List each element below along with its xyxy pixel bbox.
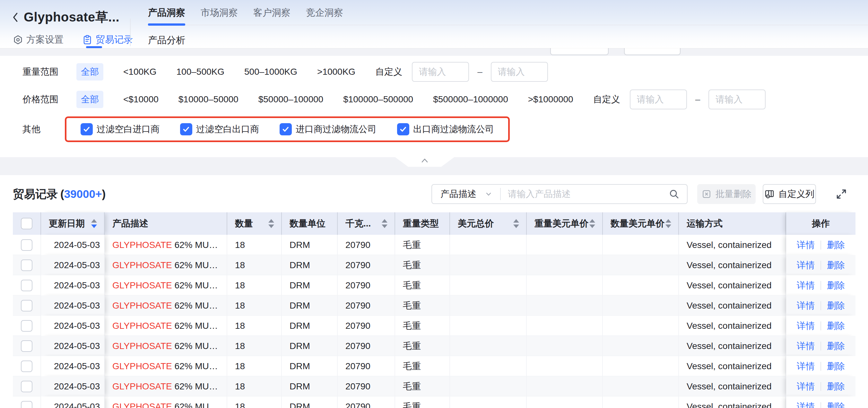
cell-kilograms: 20790: [338, 397, 395, 408]
detail-link[interactable]: 详情: [797, 380, 815, 393]
delete-link[interactable]: 删除: [827, 300, 845, 312]
sort-carets[interactable]: [382, 219, 390, 228]
price-option-50000-100000[interactable]: $50000–100000: [258, 94, 323, 105]
weight-option-100-500[interactable]: 100–500KG: [177, 67, 224, 77]
detail-link[interactable]: 详情: [797, 239, 815, 251]
weight-max-input[interactable]: [491, 62, 548, 82]
cell-weight-type: 毛重: [395, 376, 450, 397]
price-option-gt1000000[interactable]: >$1000000: [528, 94, 573, 105]
weight-min-input[interactable]: [412, 62, 469, 82]
highlighted-keyword: GLYPHOSATE: [112, 361, 172, 371]
sort-carets[interactable]: [513, 219, 521, 228]
delete-link[interactable]: 删除: [827, 259, 845, 271]
detail-link[interactable]: 详情: [797, 401, 815, 408]
select-all-checkbox[interactable]: [13, 212, 41, 235]
subnav-active-indicator: [86, 46, 102, 48]
highlighted-keyword: GLYPHOSATE: [112, 301, 172, 310]
delete-link[interactable]: 删除: [827, 340, 845, 352]
cell-transport: Vessel, containerized: [679, 356, 786, 376]
row-checkbox[interactable]: [13, 336, 41, 356]
col-kilograms[interactable]: 千克...: [338, 212, 395, 235]
detail-link[interactable]: 详情: [797, 320, 815, 332]
row-checkbox[interactable]: [13, 316, 41, 336]
row-checkbox[interactable]: [13, 356, 41, 376]
delete-link[interactable]: 删除: [827, 279, 845, 292]
cell-quantity: 18: [227, 235, 282, 255]
checkbox-exporter-filter-logistics[interactable]: 出口商过滤物流公司: [397, 123, 494, 135]
price-option-100000-500000[interactable]: $100000–500000: [343, 94, 413, 105]
checkbox-filter-blank-exporter[interactable]: 过滤空白出口商: [180, 123, 259, 135]
batch-delete-button[interactable]: 批量删除: [697, 184, 756, 204]
price-option-lt10000[interactable]: <$10000: [123, 94, 159, 105]
detail-link[interactable]: 详情: [797, 360, 815, 372]
delete-link[interactable]: 删除: [827, 401, 845, 408]
col-update-date[interactable]: 更新日期: [41, 212, 105, 235]
weight-option-all[interactable]: 全部: [76, 63, 103, 80]
cell-usd-weight-price: [527, 376, 603, 397]
price-option-500000-1000000[interactable]: $500000–1000000: [433, 94, 508, 105]
search-input[interactable]: [501, 189, 668, 199]
col-usd-qty-price[interactable]: 数量美元单价: [603, 212, 679, 235]
delete-link[interactable]: 删除: [827, 360, 845, 372]
checked-checkbox-icon: [397, 123, 409, 135]
subnav-item-scheme-settings[interactable]: 方案设置: [13, 33, 64, 46]
highlighted-keyword: GLYPHOSATE: [112, 321, 172, 331]
price-option-10000-50000[interactable]: $10000–50000: [179, 94, 239, 105]
checkbox-filter-blank-importer[interactable]: 过滤空白进口商: [81, 123, 159, 135]
custom-columns-button[interactable]: 自定义列: [763, 184, 816, 204]
detail-link[interactable]: 详情: [797, 259, 815, 271]
price-option-all[interactable]: 全部: [76, 91, 103, 108]
cell-usd-weight-price: [527, 316, 603, 336]
subtab-product-analysis[interactable]: 产品分析: [148, 34, 185, 47]
row-checkbox[interactable]: [13, 296, 41, 316]
search-field-select[interactable]: 产品描述: [432, 185, 500, 203]
price-min-input[interactable]: [630, 90, 687, 109]
row-checkbox[interactable]: [13, 376, 41, 397]
row-checkbox[interactable]: [13, 235, 41, 255]
fullscreen-icon[interactable]: [835, 188, 847, 200]
checkbox-label: 过滤空白进口商: [97, 123, 159, 135]
detail-link[interactable]: 详情: [797, 340, 815, 352]
trade-records-table: 更新日期 产品描述 数量 数量单位 千克... 重量类型 美元总价 重量美元单价: [13, 212, 855, 408]
cell-update-date: 2024-05-03: [41, 296, 105, 316]
subnav-item-trade-records[interactable]: 贸易记录: [82, 33, 133, 46]
row-checkbox[interactable]: [13, 275, 41, 296]
checkbox-importer-filter-logistics[interactable]: 进口商过滤物流公司: [280, 123, 376, 135]
price-max-input[interactable]: [709, 90, 766, 109]
cell-kilograms: 20790: [338, 296, 395, 316]
delete-link[interactable]: 删除: [827, 380, 845, 393]
search-combo: 产品描述: [431, 184, 688, 204]
tab-competitor-insight[interactable]: 竞企洞察: [306, 6, 343, 19]
col-usd-total[interactable]: 美元总价: [450, 212, 527, 235]
sort-carets[interactable]: [665, 219, 673, 228]
detail-link[interactable]: 详情: [797, 279, 815, 292]
tab-product-insight[interactable]: 产品洞察: [148, 6, 185, 19]
cell-actions: 详情删除: [786, 356, 856, 376]
col-quantity[interactable]: 数量: [227, 212, 282, 235]
weight-option-500-1000[interactable]: 500–1000KG: [244, 67, 297, 77]
delete-link[interactable]: 删除: [827, 320, 845, 332]
tab-customer-insight[interactable]: 客户洞察: [253, 6, 290, 19]
cell-kilograms: 20790: [338, 336, 395, 356]
row-checkbox[interactable]: [13, 255, 41, 275]
row-checkbox[interactable]: [13, 397, 41, 408]
sort-carets[interactable]: [268, 219, 276, 228]
tab-market-insight[interactable]: 市场洞察: [200, 6, 238, 19]
cell-transport: Vessel, containerized: [679, 255, 786, 275]
weight-option-lt100[interactable]: <100KG: [123, 67, 157, 77]
gap-strip: [0, 48, 868, 56]
weight-option-gt1000[interactable]: >1000KG: [317, 67, 355, 77]
sort-carets[interactable]: [91, 219, 99, 228]
search-icon[interactable]: [668, 188, 687, 200]
cell-usd-weight-price: [527, 356, 603, 376]
table-row: 2024-05-03GLYPHOSATE 62% MUP – I...18DRM…: [13, 275, 855, 296]
highlighted-keyword: GLYPHOSATE: [112, 260, 172, 270]
detail-link[interactable]: 详情: [797, 300, 815, 312]
back-icon[interactable]: [11, 11, 21, 24]
checkbox-label: 出口商过滤物流公司: [413, 123, 494, 135]
delete-link[interactable]: 删除: [827, 239, 845, 251]
trade-records-panel: 贸易记录 (39000+) 产品描述 批量删除 自定: [0, 175, 868, 408]
cell-actions: 详情删除: [786, 296, 856, 316]
sort-carets[interactable]: [589, 219, 597, 228]
col-usd-weight-price[interactable]: 重量美元单价: [527, 212, 603, 235]
